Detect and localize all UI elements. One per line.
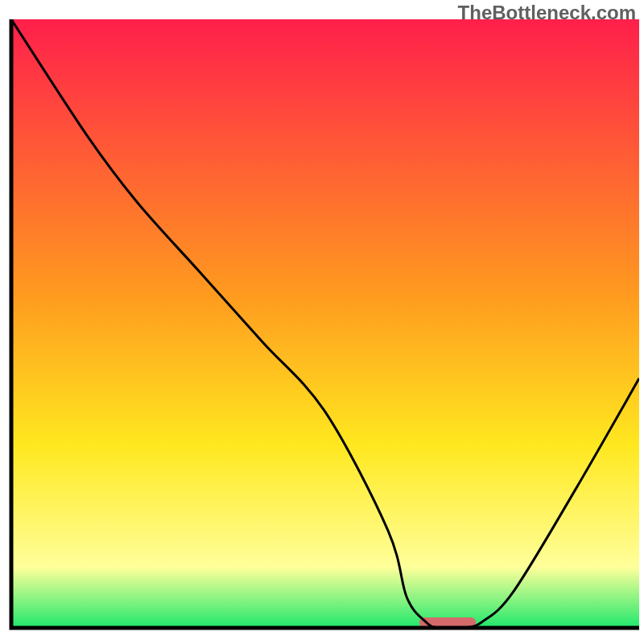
bottleneck-chart <box>0 0 644 644</box>
gradient-background <box>11 19 639 628</box>
chart-container: TheBottleneck.com <box>0 0 644 644</box>
watermark-text: TheBottleneck.com <box>458 2 636 24</box>
